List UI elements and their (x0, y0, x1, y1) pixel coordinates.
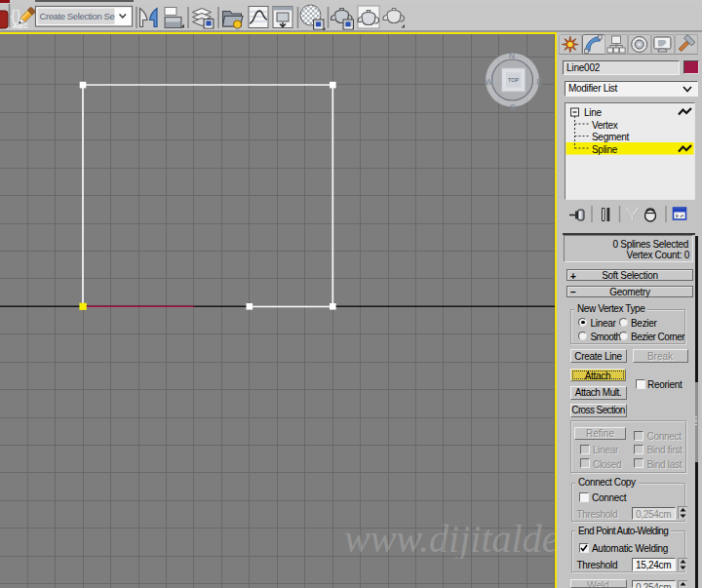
svg-text:{: { (11, 7, 16, 23)
svg-text:Create Selection Se: Create Selection Se (40, 11, 115, 21)
svg-text:E: E (536, 77, 542, 87)
svg-text:N: N (509, 51, 516, 60)
svg-text:Spline: Spline (592, 143, 618, 154)
svg-text:Vertex: Vertex (592, 119, 618, 130)
svg-text:TOP: TOP (508, 77, 520, 83)
svg-text:W: W (485, 77, 493, 87)
svg-text:Segment: Segment (592, 132, 629, 142)
svg-text:S: S (510, 102, 516, 112)
svg-text:Line: Line (584, 107, 602, 118)
